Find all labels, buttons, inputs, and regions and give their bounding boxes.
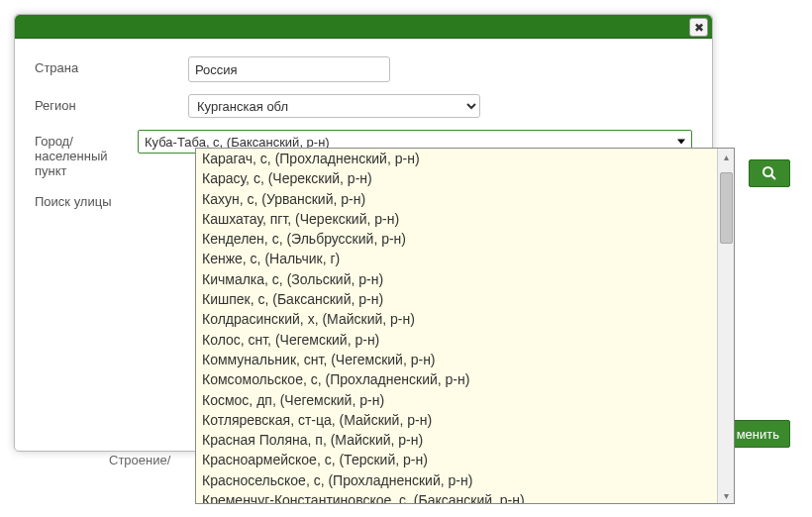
dropdown-scrollbar[interactable]: ▴ ▾: [717, 149, 734, 503]
city-option[interactable]: Кишпек, с, (Баксанский, р-н): [196, 289, 717, 309]
city-option[interactable]: Колос, снт, (Чегемский, р-н): [196, 330, 717, 350]
city-option[interactable]: Кахун, с, (Урванский, р-н): [196, 189, 717, 209]
city-option[interactable]: Кенже, с, (Нальчик, г): [196, 249, 717, 268]
city-option[interactable]: Кашхатау, пгт, (Черекский, р-н): [196, 209, 717, 229]
region-select[interactable]: Курганская обл: [188, 94, 480, 118]
city-option[interactable]: Красная Поляна, п, (Майский, р-н): [196, 430, 717, 450]
city-option[interactable]: Красносельское, с, (Прохладненский, р-н): [196, 470, 717, 490]
city-option[interactable]: Кенделен, с, (Эльбрусский, р-н): [196, 229, 717, 249]
search-button[interactable]: [749, 159, 790, 187]
street-label: Поиск улицы: [35, 190, 188, 209]
country-input[interactable]: [188, 56, 390, 82]
city-dropdown: Карагач, с, (Прохладненский, р-н)Карасу,…: [195, 148, 735, 504]
search-icon: [761, 165, 777, 181]
city-label: Город/населенный пункт: [35, 130, 138, 178]
city-option[interactable]: Кременчуг-Константиновское, с, (Баксанск…: [196, 490, 717, 503]
chevron-down-icon: [677, 140, 685, 145]
country-label: Страна: [35, 56, 188, 75]
city-option[interactable]: Котляревская, ст-ца, (Майский, р-н): [196, 410, 717, 430]
close-button[interactable]: ✖: [689, 18, 708, 37]
svg-point-0: [763, 167, 772, 176]
region-label: Регион: [35, 94, 188, 113]
scroll-up-icon[interactable]: ▴: [718, 149, 734, 164]
apply-button[interactable]: менить: [726, 420, 790, 448]
city-option[interactable]: Колдрасинский, х, (Майский, р-н): [196, 309, 717, 329]
close-icon: ✖: [694, 21, 704, 35]
scroll-down-icon[interactable]: ▾: [718, 487, 734, 503]
building-label: Строение/: [109, 453, 170, 467]
city-option[interactable]: Комсомольское, с, (Прохладненский, р-н): [196, 369, 717, 389]
city-option[interactable]: Красноармейское, с, (Терский, р-н): [196, 450, 717, 469]
scroll-thumb[interactable]: [720, 172, 733, 244]
city-option[interactable]: Карасу, с, (Черекский, р-н): [196, 168, 717, 188]
city-option[interactable]: Коммунальник, снт, (Чегемский, р-н): [196, 350, 717, 369]
svg-line-1: [771, 175, 775, 179]
modal-header: ✖: [15, 15, 712, 39]
city-option[interactable]: Карагач, с, (Прохладненский, р-н): [196, 149, 717, 168]
city-option[interactable]: Кичмалка, с, (Зольский, р-н): [196, 269, 717, 289]
apply-label: менить: [737, 427, 779, 442]
city-option[interactable]: Космос, дп, (Чегемский, р-н): [196, 390, 717, 410]
